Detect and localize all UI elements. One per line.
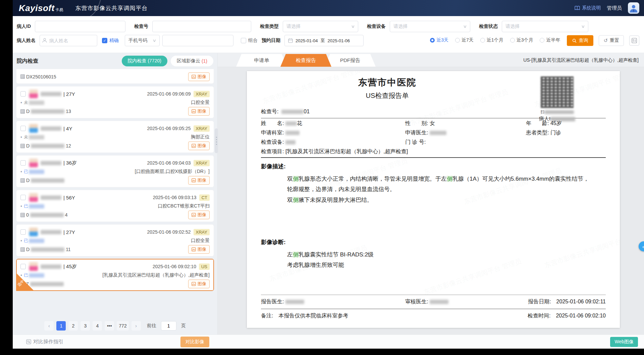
phone-input[interactable] <box>162 35 233 46</box>
exam-id: D12 <box>20 143 71 149</box>
radio-icon <box>540 38 544 43</box>
view-images-button[interactable]: 图像 <box>188 141 210 150</box>
exam-description: 口腔全景 <box>191 238 210 244</box>
chevron-down-icon: ∨ <box>152 38 156 43</box>
reset-button[interactable]: ↺ 重置 <box>599 35 624 46</box>
patient-id-input[interactable] <box>35 21 125 32</box>
view-images-label: 图像 <box>198 108 206 114</box>
exam-id: D <box>20 178 66 183</box>
view-images-button[interactable]: 图像 <box>188 72 210 81</box>
page-prev-button[interactable]: ‹ <box>44 321 54 331</box>
page-next-button[interactable]: › <box>131 321 141 331</box>
patient-id-label: 病人ID <box>17 23 31 29</box>
exam-no-input[interactable] <box>152 21 251 32</box>
avatar[interactable] <box>628 2 639 14</box>
exam-checkbox[interactable] <box>20 195 26 200</box>
exam-checkbox[interactable] <box>20 229 26 235</box>
compare-images-button[interactable]: 对比影像 <box>180 337 209 347</box>
review-doctor: 审核医生: <box>405 298 526 305</box>
view-images-button[interactable]: 图像 <box>188 211 210 219</box>
hospital-name: 东营市中医院 <box>261 76 514 88</box>
page-button-4[interactable]: 4 <box>93 321 102 331</box>
quick-range-0[interactable]: 近3天 <box>430 37 448 43</box>
date-to: 2025-01-06 <box>328 38 350 43</box>
exam-checkbox[interactable] <box>20 91 26 97</box>
exam-checkbox[interactable] <box>20 160 26 166</box>
image-icon <box>192 109 196 113</box>
tab-request-form[interactable]: 申请单 <box>236 54 287 67</box>
view-images-button[interactable]: 图像 <box>188 280 210 288</box>
page-button-1[interactable]: 1 <box>56 321 66 331</box>
exam-checkbox[interactable] <box>20 264 26 269</box>
report-date: 报告日期: 2025-01-06 09:02:11 <box>526 298 606 305</box>
quick-range-1[interactable]: 近7天 <box>455 37 474 43</box>
phone-select[interactable]: 手机号码 ∨ <box>125 35 160 46</box>
status-label: 检查状态 <box>479 23 498 29</box>
view-images-button[interactable]: 图像 <box>188 176 210 185</box>
exam-card-partial[interactable]: DX250106015 图像 <box>16 69 214 84</box>
exam-card[interactable]: | 56Y 2025-01-06 09:03:13 CT • 已 口腔CBCT锥… <box>16 190 214 222</box>
film-icon <box>20 109 25 114</box>
quick-range-3[interactable]: 近3个月 <box>510 37 533 43</box>
exam-list-panel: 院内检查 院内检查 (7720) 区域影像云 (1) <box>13 53 217 335</box>
field-outpatient-no: 门 诊 号: <box>405 139 526 146</box>
status-select[interactable]: 请选择 ∨ <box>502 21 588 32</box>
patient-name-input[interactable] <box>40 35 97 46</box>
exam-card[interactable]: | 36岁 2025-01-06 09:04:03 XRAY • 已 [口腔曲面… <box>16 155 214 187</box>
status-masked <box>29 170 44 174</box>
status-masked <box>29 239 44 243</box>
patient-info-grid: 姓 名: 花 性 别: 女 年 龄: 45岁 申请科室: 申请医生: 患者类型:… <box>261 118 606 156</box>
page-ellipsis[interactable]: ••• <box>105 321 114 331</box>
field-dept: 申请科室: <box>261 129 405 136</box>
exam-status: 已 <box>24 203 28 209</box>
exam-card[interactable]: | 27Y 2025-01-06 09:06:09 XRAY • 未 口腔全景 … <box>16 86 214 118</box>
goto-page-input[interactable] <box>161 321 176 331</box>
view-images-label: 图像 <box>198 212 206 218</box>
date-range-picker[interactable]: 2025-01-04 至 2025-01-06 <box>284 35 364 46</box>
username: 管理员 <box>607 5 622 11</box>
patient-name-masked <box>41 195 61 200</box>
combo-checkbox[interactable] <box>241 38 246 43</box>
page-button-3[interactable]: 3 <box>80 321 90 331</box>
view-images-label: 图像 <box>198 143 206 149</box>
panel-resize-handle[interactable] <box>215 128 218 153</box>
system-help-link[interactable]: 系统说明 <box>575 5 601 11</box>
exam-type-select[interactable]: 请选择 ∨ <box>283 21 358 32</box>
page-button-2[interactable]: 2 <box>68 321 78 331</box>
app-window: Kayisoft 卡易 东营市影像云共享调阅平台 系统说明 管理员 <box>13 0 644 349</box>
exam-card[interactable]: | 45岁 2025-01-06 09:02:10 US • 已 [乳腺及其引流… <box>16 259 214 291</box>
search-button[interactable]: 查询 <box>567 35 593 46</box>
layout-settings-button[interactable] <box>629 36 639 46</box>
patient-age: | 36岁 <box>63 160 77 166</box>
exact-checkbox[interactable]: ✓ <box>102 38 107 43</box>
quick-range-4[interactable]: 近半年 <box>540 37 560 43</box>
film-icon <box>20 144 25 148</box>
view-images-button[interactable]: 图像 <box>188 245 210 254</box>
exam-id: D13 <box>20 109 71 114</box>
description-title: 影像描述: <box>261 163 606 170</box>
device-select[interactable]: 请选择 ∨ <box>390 21 470 32</box>
exam-card[interactable]: | 4Y 2025-01-06 09:05:25 XRAY • 未 胸部正位 D… <box>16 121 214 153</box>
compare-guide-link[interactable]: 对比操作指引 <box>26 339 63 345</box>
patient-age: | 27Y <box>63 91 75 97</box>
tab-exam-report[interactable]: 检查报告 <box>280 54 331 67</box>
exam-checkbox[interactable] <box>20 126 26 131</box>
date-from: 2025-01-04 <box>296 38 318 43</box>
exam-card[interactable]: | 27Y 2025-01-06 09:02:52 XRAY • 已 口腔全景 … <box>16 224 214 256</box>
quick-range-2[interactable]: 近1个月 <box>480 37 503 43</box>
tab-pdf-report[interactable]: PDF报告 <box>325 54 376 67</box>
image-icon <box>192 247 196 251</box>
web-image-button[interactable]: Web图像 <box>610 337 638 347</box>
date-separator: 至 <box>321 38 325 44</box>
report-tabstrip: 申请单 检查报告 PDF报告 US-[乳腺及其引流区淋巴结彩超（乳腺中心）,超声… <box>218 53 644 67</box>
patient-name-masked <box>41 230 61 234</box>
view-images-button[interactable]: 图像 <box>188 107 210 116</box>
exam-status: 已 <box>24 272 28 278</box>
image-icon <box>192 178 196 182</box>
page-button-772[interactable]: 772 <box>117 321 128 331</box>
exam-datetime: 2025-01-06 09:04:03 <box>147 160 191 166</box>
exam-no-label: 检查号 <box>134 23 148 29</box>
tab-region-cloud[interactable]: 区域影像云 (1) <box>171 56 213 66</box>
status-dot: • <box>20 134 22 140</box>
tab-hospital-exams[interactable]: 院内检查 (7720) <box>122 56 167 66</box>
